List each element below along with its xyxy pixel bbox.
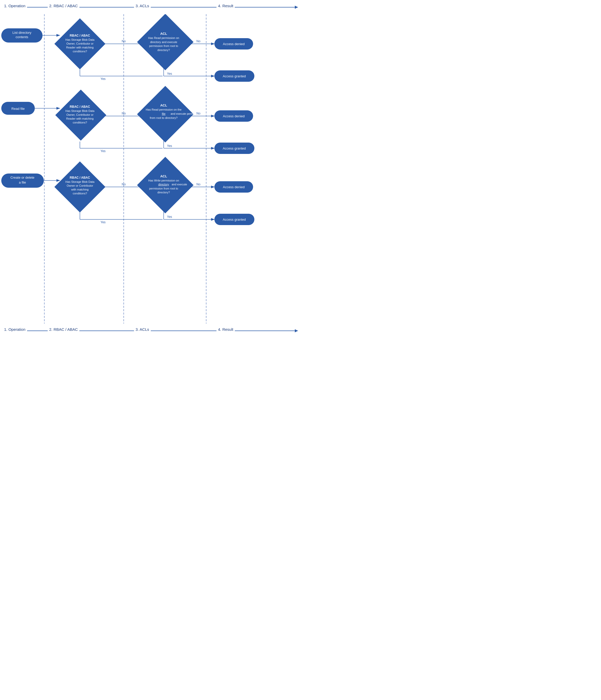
rbac2-title: RBAC / ABAC [70,105,90,108]
rbac3-no-label: No [122,182,126,186]
acl3-body2-underline: directory [158,183,169,186]
footer-col2: 2. RBAC / ABAC [48,327,79,331]
rbac1-body2: Owner, Contributor or [66,42,93,45]
acl1-no-label: No [197,40,201,43]
acl2-yes-label: Yes [167,144,172,148]
header-col2: 2. RBAC / ABAC [48,4,79,8]
acl2-no-label: No [197,111,201,115]
acl1-body2: directory and execute [150,41,177,44]
op1-label2: contents [16,35,28,39]
rbac3-yes-label: Yes [101,221,106,224]
header-bar: 1. Operation 2. RBAC / ABAC 3. ACLs 4. R… [0,0,300,14]
footer-bar: 1. Operation 2. RBAC / ABAC 3. ACLs 4. R… [0,324,300,338]
op1-label: List directory [12,31,31,34]
op3-label1: Create or delete [10,176,34,179]
rbac2-body2: Owner, Contributor or [66,113,93,116]
rbac2-body4: conditions? [73,121,87,124]
acl1-body4: directory? [157,48,170,52]
acl2-body2-rest: and execute permission [171,112,201,115]
header-col1: 1. Operation [3,4,27,8]
rbac1-body1: Has Storage Blob Data [66,38,95,41]
rbac3-body3: with matching [71,188,88,191]
granted2-label: Access granted [223,146,246,150]
op2-label: Read file [11,107,25,110]
diagram-container: 1. Operation 2. RBAC / ABAC 3. ACLs 4. R… [0,0,300,338]
rbac1-body3: Reader with matching [66,46,94,49]
acl3-body4: directory? [157,191,170,194]
acl2-body1: Has Read permission on the [146,108,182,111]
rbac1-yes-label: Yes [101,77,106,81]
acl2-body3: from root to directory? [150,116,178,119]
denied1-label: Access denied [223,42,245,46]
acl1-body3: permission from root to [149,44,178,47]
footer-col1: 1. Operation [3,327,27,331]
denied3-label: Access denied [223,185,245,189]
rbac3-title: RBAC / ABAC [70,176,90,179]
rbac1-body4: conditions? [73,50,87,53]
acl3-body3: permission from root to [149,187,178,190]
op3-label2: a file [19,180,26,184]
acl2-title: ACL [160,103,167,107]
acl3-body2-rest: and execute [172,183,187,186]
main-svg: List directory contents RBAC / ABAC Has … [0,14,300,324]
rbac3-body4: conditions? [73,192,87,195]
acl1-yes-label: Yes [167,72,172,76]
acl2-body2-underline: file [162,112,165,115]
acl3-yes-label: Yes [167,215,172,219]
rbac2-body3: Reader with matching [66,117,94,120]
rbac2-body1: Has Storage Blob Data [66,109,95,112]
acl3-body1: Has Write permission on [148,179,179,182]
granted3-label: Access granted [223,218,246,222]
footer-col3: 3. ACLs [134,327,151,331]
acl1-body1: Has Read permission on [148,36,179,40]
rbac3-body2: Owner or Contributor [67,184,93,187]
rbac2-yes-label: Yes [101,149,106,153]
rbac2-no-label: No [122,111,126,115]
rbac1-no-label: No [122,40,126,43]
denied2-label: Access denied [223,114,245,118]
footer-col4: 4. Result [216,327,235,331]
acl3-title: ACL [160,174,167,178]
rbac1-title: RBAC / ABAC [70,34,90,38]
header-col3: 3. ACLs [134,4,151,8]
granted1-label: Access granted [223,74,246,78]
rbac3-body1: Has Storage Blob Data [66,180,95,183]
acl3-no-label: No [197,182,201,186]
acl1-title: ACL [160,32,167,35]
header-col4: 4. Result [216,4,235,8]
